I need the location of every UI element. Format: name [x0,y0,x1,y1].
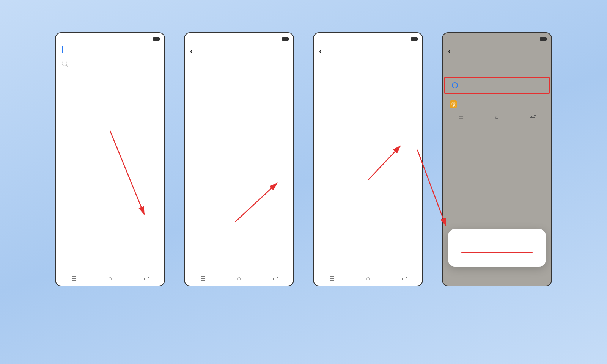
nav-home-icon[interactable]: ⌂ [235,274,243,282]
nav-bar: ☰ ⌂ ⮐ [56,271,164,286]
nav-home-icon[interactable]: ⌂ [493,113,501,121]
header: ‹ [443,43,551,60]
back-button[interactable]: ‹ [448,47,450,55]
nav-back-icon[interactable]: ⮐ [142,274,150,282]
header: ‹ [185,43,293,60]
battery-icon [282,37,289,41]
header: ‹ [314,43,422,60]
status-bar [185,35,293,43]
warning-text [443,60,551,69]
nav-bar: ☰ ⌂ ⮐ [185,271,293,286]
nav-bar: ☰ ⌂ ⮐ [443,110,551,124]
back-button[interactable]: ‹ [319,47,321,55]
status-bar [443,35,551,43]
battery-icon [411,37,418,41]
dialog-cancel-button[interactable] [456,253,538,262]
account-row: 微 [443,99,551,110]
nav-bar: ☰ ⌂ ⮐ [314,271,422,286]
nav-menu-icon[interactable]: ☰ [328,274,336,282]
search-input[interactable] [62,58,158,69]
phone-2-system: ‹ ☰ ⌂ ⮐ [184,32,294,286]
weibo-icon: 微 [450,100,457,108]
nav-home-icon[interactable]: ⌂ [106,274,114,282]
dialog-confirm-button[interactable] [461,243,533,252]
phone-4-erase: ‹ 微 ☰ ⌂ ⮐ [442,32,552,286]
radio-icon [452,82,458,88]
page-title [56,43,164,58]
nav-menu-icon[interactable]: ☰ [457,113,465,121]
nav-back-icon[interactable]: ⮐ [529,113,537,121]
format-storage-row[interactable] [445,78,549,93]
phone-3-backup: ‹ ☰ ⌂ ⮐ [313,32,423,286]
nav-menu-icon[interactable]: ☰ [70,274,78,282]
loggedin-text [443,94,551,99]
phone-1-settings: ☰ ⌂ ⮐ [55,32,165,286]
status-bar [314,35,422,43]
nav-menu-icon[interactable]: ☰ [199,274,207,282]
format-note [443,73,551,77]
nav-back-icon[interactable]: ⮐ [271,274,279,282]
nav-back-icon[interactable]: ⮐ [400,274,408,282]
nav-home-icon[interactable]: ⌂ [364,274,372,282]
battery-icon [153,37,160,41]
confirm-dialog [448,229,546,267]
status-bar [56,35,164,43]
search-icon [62,61,67,66]
warning-bullets [443,69,551,73]
battery-icon [540,37,547,41]
back-button[interactable]: ‹ [190,47,192,55]
